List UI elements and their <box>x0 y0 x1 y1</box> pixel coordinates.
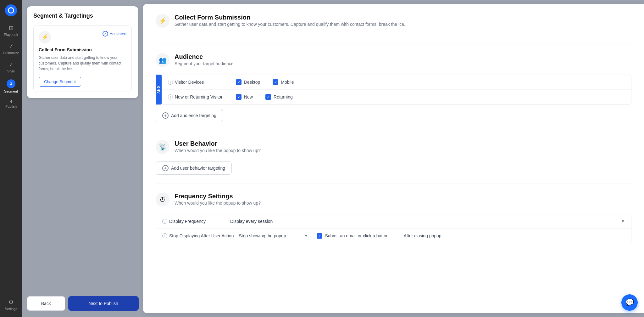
audience-header: 👥 Audience Segment your target audience <box>156 53 631 67</box>
customize-icon: ✓ <box>9 43 14 50</box>
settings-icon: ⚙ <box>8 299 14 306</box>
desktop-checkbox[interactable]: ✓ <box>236 79 242 85</box>
new-label: New <box>244 94 253 99</box>
sidebar: ⊞ Playbook ✓ Customize ✓ Style 3 Segment… <box>0 0 22 317</box>
user-behavior-subtitle: When would you like the popup to show up… <box>175 148 261 153</box>
chat-button[interactable]: 💬 <box>621 294 638 311</box>
new-checkbox[interactable]: ✓ <box>236 94 242 100</box>
app-logo[interactable] <box>5 4 17 16</box>
visitor-type-row: i New or Returning Visitor ✓ New ✓ Retur… <box>162 90 631 104</box>
audience-title: Audience <box>175 53 234 60</box>
sidebar-item-playbook[interactable]: ⊞ Playbook <box>0 21 22 40</box>
activated-badge: ✓ Activated <box>103 31 126 37</box>
frequency-title: Frequency Settings <box>175 193 261 200</box>
playbook-icon: ⊞ <box>9 25 14 31</box>
frequency-icon: ⏱ <box>156 193 169 207</box>
add-behavior-targeting-button[interactable]: + Add user behavior targeting <box>156 161 232 175</box>
user-behavior-text: User Behavior When would you like the po… <box>175 140 261 153</box>
user-behavior-title: User Behavior <box>175 140 261 147</box>
mobile-checkbox-item[interactable]: ✓ Mobile <box>273 79 294 85</box>
sidebar-label-settings: Settings <box>5 307 17 311</box>
segment-desc: Gather user data and start getting to kn… <box>39 55 126 72</box>
stop-option-label: Submit an email or click a button <box>325 233 388 238</box>
stop-dropdown[interactable]: Stop showing the popup ▼ <box>239 233 308 238</box>
plus-circle-behavior-icon: + <box>162 165 169 171</box>
sidebar-item-segment[interactable]: 3 Segment <box>0 76 22 96</box>
visitor-type-info-icon[interactable]: i <box>168 94 173 99</box>
sidebar-item-publish[interactable]: 4 Publish <box>0 96 22 111</box>
sidebar-label-customize: Customize <box>3 51 19 55</box>
mobile-checkbox[interactable]: ✓ <box>273 79 278 85</box>
targeting-container: AND i Visitor Devices ✓ Desktop ✓ <box>156 75 631 105</box>
desktop-checkbox-item[interactable]: ✓ Desktop <box>236 79 260 85</box>
after-text: After closing popup <box>404 233 441 238</box>
change-segment-button[interactable]: Change Segment <box>39 77 81 87</box>
collect-form-section: ⚡ Collect Form Submission Gather user da… <box>156 14 631 44</box>
sidebar-item-customize[interactable]: ✓ Customize <box>0 40 22 58</box>
mobile-label: Mobile <box>281 80 294 85</box>
main-content: Segment & Targetings ⚡ ✓ Activated Colle… <box>22 0 644 317</box>
stop-chevron-icon: ▼ <box>304 234 308 238</box>
stop-displaying-row: i Stop Displaying After User Action Stop… <box>156 229 631 243</box>
collect-form-title: Collect Form Submission <box>175 14 405 21</box>
frequency-section: ⏱ Frequency Settings When would you like… <box>156 184 631 243</box>
logo-inner <box>8 7 14 14</box>
add-audience-targeting-button[interactable]: + Add audience targeting <box>156 109 223 122</box>
segment-card-header: ⚡ ✓ Activated <box>39 31 126 43</box>
stop-value: Stop showing the popup <box>239 233 286 238</box>
new-checkbox-item[interactable]: ✓ New <box>236 94 253 100</box>
returning-label: Returning <box>274 94 293 99</box>
stop-option-checkbox[interactable]: ✓ <box>317 233 322 239</box>
display-frequency-label: i Display Frequency <box>162 219 225 224</box>
add-behavior-label: Add user behavior targeting <box>171 166 225 171</box>
frequency-rows: i Display Frequency Display every sessio… <box>156 214 631 243</box>
sidebar-item-settings[interactable]: ⚙ Settings <box>5 296 17 314</box>
collect-form-text: Collect Form Submission Gather user data… <box>175 14 405 27</box>
stop-displaying-text: Stop Displaying After User Action <box>169 233 234 238</box>
sidebar-label-style: Style <box>7 69 15 73</box>
next-to-publish-button[interactable]: Next to Publish <box>68 296 139 311</box>
collect-form-header: ⚡ Collect Form Submission Gather user da… <box>156 14 631 28</box>
display-frequency-info-icon[interactable]: i <box>162 219 167 224</box>
frequency-subtitle: When would you like the popup to show up… <box>175 201 261 206</box>
visitor-devices-info-icon[interactable]: i <box>168 80 173 85</box>
right-panel[interactable]: ⚡ Collect Form Submission Gather user da… <box>143 4 644 313</box>
sidebar-label-segment: Segment <box>4 89 18 93</box>
targeting-rows: i Visitor Devices ✓ Desktop ✓ Mobile <box>162 75 631 105</box>
visitor-devices-label: i Visitor Devices <box>168 80 231 85</box>
display-frequency-text: Display Frequency <box>169 219 206 224</box>
collect-form-subtitle: Gather user data and start getting to kn… <box>175 22 405 27</box>
audience-icon: 👥 <box>156 53 169 67</box>
activated-label: Activated <box>110 31 126 36</box>
back-button[interactable]: Back <box>27 296 65 311</box>
segment-step-number: 3 <box>10 82 12 86</box>
add-audience-label: Add audience targeting <box>171 113 216 118</box>
stop-option-checkbox-item[interactable]: ✓ Submit an email or click a button <box>317 233 388 239</box>
stop-displaying-info-icon[interactable]: i <box>162 233 167 238</box>
user-behavior-section: 📡 User Behavior When would you like the … <box>156 131 631 175</box>
segment-step-circle: 3 <box>7 79 15 88</box>
segment-card: Segment & Targetings ⚡ ✓ Activated Colle… <box>27 6 138 98</box>
frequency-text: Frequency Settings When would you like t… <box>175 193 261 206</box>
segment-card-body: ⚡ ✓ Activated Collect Form Submission Ga… <box>33 25 132 92</box>
stop-displaying-label: i Stop Displaying After User Action <box>162 233 234 238</box>
left-panel: Segment & Targetings ⚡ ✓ Activated Colle… <box>22 0 143 317</box>
sidebar-label-playbook: Playbook <box>4 33 18 37</box>
check-circle-icon: ✓ <box>103 31 108 37</box>
segment-card-title: Segment & Targetings <box>33 13 132 19</box>
display-frequency-value: Display every session <box>230 219 273 224</box>
display-frequency-select[interactable]: Display every session ▼ <box>230 219 625 224</box>
audience-section: 👥 Audience Segment your target audience … <box>156 53 631 122</box>
publish-step-number: 4 <box>10 99 12 103</box>
returning-checkbox-item[interactable]: ✓ Returning <box>265 94 293 100</box>
sidebar-label-publish: Publish <box>5 105 17 108</box>
plus-circle-icon: + <box>162 112 169 119</box>
collect-form-icon: ⚡ <box>156 14 169 28</box>
user-behavior-icon: 📡 <box>156 140 169 154</box>
visitor-type-text: New or Returning Visitor <box>175 94 222 99</box>
visitor-type-label: i New or Returning Visitor <box>168 94 231 99</box>
sidebar-item-style[interactable]: ✓ Style <box>0 58 22 76</box>
bottom-bar: Back Next to Publish <box>27 296 139 311</box>
returning-checkbox[interactable]: ✓ <box>265 94 271 100</box>
visitor-devices-row: i Visitor Devices ✓ Desktop ✓ Mobile <box>162 75 631 90</box>
